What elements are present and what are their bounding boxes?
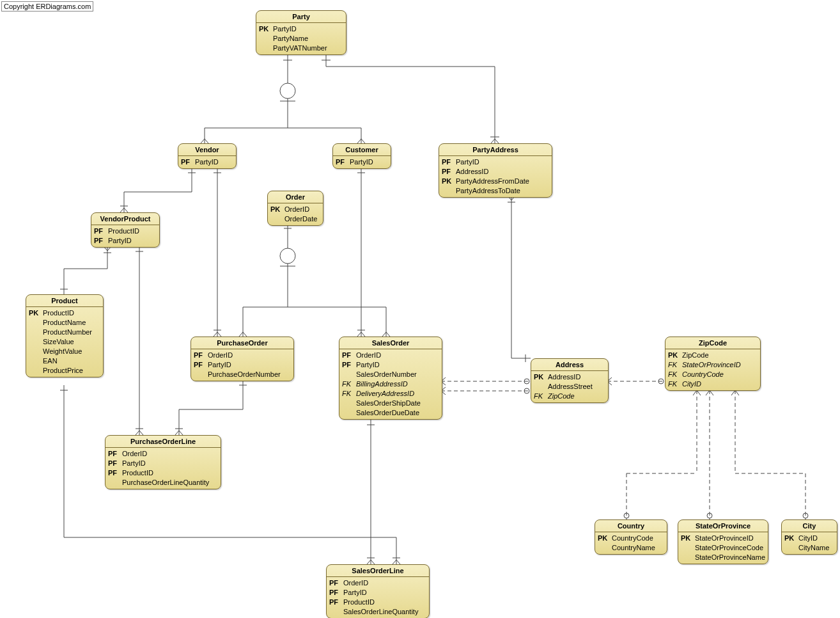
entity-purchaseorder: PurchaseOrderPFOrderIDPFPartyIDPurchaseO…	[191, 337, 294, 381]
entity-attr: PFPartyID	[339, 360, 442, 370]
entity-attr: FKBillingAddressID	[339, 379, 442, 389]
svg-line-29	[217, 332, 221, 337]
attr-name: AddressStreet	[548, 382, 593, 392]
entity-order: OrderPKOrderIDOrderDate	[267, 191, 323, 226]
entity-title: Party	[256, 11, 346, 23]
attr-key	[29, 366, 43, 376]
svg-line-98	[706, 390, 710, 395]
attr-key	[259, 34, 273, 44]
entity-title: Address	[531, 359, 608, 371]
entity-attr: PFAddressID	[439, 167, 552, 177]
attr-key: PK	[29, 308, 43, 318]
entity-attr: PFProductID	[327, 598, 429, 607]
attr-key: PK	[534, 372, 548, 382]
entity-attr: PFPartyID	[178, 157, 236, 167]
attr-key	[681, 553, 695, 562]
attr-key: PF	[442, 157, 456, 167]
entity-attr: FKCityID	[665, 379, 760, 389]
svg-line-8	[205, 139, 208, 143]
entity-attr: PKCountryCode	[595, 534, 667, 543]
entity-city: CityPKCityIDCityName	[781, 519, 837, 555]
entity-attr: PartyVATNumber	[256, 44, 346, 53]
attr-key: PF	[108, 459, 122, 468]
entity-attr: FKDeliveryAddressID	[339, 389, 442, 399]
entity-attrs: PKPartyIDPartyNamePartyVATNumber	[256, 23, 346, 54]
entity-title: Country	[595, 520, 667, 532]
entity-attr: ProductName	[26, 318, 103, 328]
entity-title: Product	[26, 295, 103, 307]
entity-title: Customer	[333, 144, 391, 156]
svg-line-103	[697, 390, 701, 395]
svg-line-34	[361, 332, 365, 337]
entity-attr: ProductNumber	[26, 328, 103, 337]
svg-line-28	[214, 332, 217, 337]
svg-line-70	[371, 560, 375, 564]
attr-key: PK	[270, 205, 284, 214]
attr-key: PF	[194, 360, 208, 370]
attr-name: OrderID	[122, 449, 147, 459]
entity-address: AddressPKAddressIDAddressStreetFKZipCode	[531, 358, 609, 403]
entity-attr: OrderDate	[268, 214, 323, 224]
entity-attr: FKZipCode	[531, 392, 608, 401]
attr-name: OrderID	[284, 205, 309, 214]
entity-attrs: PKAddressIDAddressStreetFKZipCode	[531, 371, 608, 402]
attr-key	[29, 328, 43, 337]
entity-attr: FKStateOrProvinceID	[665, 360, 760, 370]
entity-attr: SizeValue	[26, 337, 103, 347]
entity-attr: PFPartyID	[191, 360, 293, 370]
attr-name: PurchaseOrderLineQuantity	[122, 478, 209, 487]
entity-partyaddress: PartyAddressPFPartyIDPFAddressIDPKPartyA…	[439, 143, 552, 198]
attr-key	[329, 607, 343, 617]
entity-attrs: PKStateOrProvinceIDStateOrProvinceCodeSt…	[678, 532, 768, 564]
entity-attrs: PKCityIDCityName	[782, 532, 837, 554]
svg-line-33	[357, 332, 361, 337]
entity-attr: FKCountryCode	[665, 370, 760, 379]
attr-key: FK	[668, 370, 682, 379]
attr-name: BillingAddressID	[356, 379, 408, 389]
attr-key: PF	[329, 588, 343, 598]
entity-attrs: PFOrderIDPFPartyIDSalesOrderNumberFKBill…	[339, 349, 442, 419]
attr-key: PF	[94, 236, 108, 246]
attr-name: PartyID	[343, 588, 367, 598]
attr-key	[29, 347, 43, 356]
entity-salesorderline: SalesOrderLinePFOrderIDPFPartyIDPFProduc…	[326, 564, 430, 618]
svg-point-2	[280, 83, 295, 99]
attr-name: PartyID	[350, 157, 373, 167]
copyright-label: Copyright ERDiagrams.com	[1, 1, 93, 12]
attr-key: FK	[668, 379, 682, 389]
attr-key	[598, 543, 612, 553]
entity-attr: StateOrProvinceName	[678, 553, 768, 562]
svg-line-57	[136, 431, 139, 435]
entity-attr: WeightValue	[26, 347, 103, 356]
attr-key: PK	[598, 534, 612, 543]
entity-attr: AddressStreet	[531, 382, 608, 392]
attr-name: CountryName	[612, 543, 655, 553]
entity-attrs: PKZipCodeFKStateOrProvinceIDFKCountryCod…	[665, 349, 760, 390]
svg-point-88	[524, 379, 529, 384]
attr-name: WeightValue	[43, 347, 82, 356]
svg-line-65	[179, 431, 183, 435]
attr-name: PartyName	[273, 34, 308, 44]
entity-title: StateOrProvince	[678, 520, 768, 532]
attr-key	[29, 356, 43, 366]
entity-title: ZipCode	[665, 337, 760, 349]
attr-name: OrderID	[208, 351, 233, 360]
attr-name: SalesOrderNumber	[356, 370, 417, 379]
entity-attr: PFOrderID	[105, 449, 221, 459]
attr-name: StateOrProvinceCode	[695, 543, 763, 553]
attr-key: FK	[342, 389, 356, 399]
attr-name: PartyID	[108, 236, 132, 246]
entity-attr: PFPartyID	[105, 459, 221, 468]
entity-attr: CountryName	[595, 543, 667, 553]
attr-key	[342, 399, 356, 408]
attr-key: FK	[668, 360, 682, 370]
attr-name: ProductPrice	[43, 366, 83, 376]
attr-name: ProductID	[343, 598, 375, 607]
svg-line-16	[491, 139, 495, 143]
svg-line-7	[201, 139, 205, 143]
attr-key	[442, 186, 456, 196]
entity-attr: PFPartyID	[439, 157, 552, 167]
attr-name: PartyID	[456, 157, 479, 167]
attr-key: PK	[681, 534, 695, 543]
entity-title: Vendor	[178, 144, 236, 156]
